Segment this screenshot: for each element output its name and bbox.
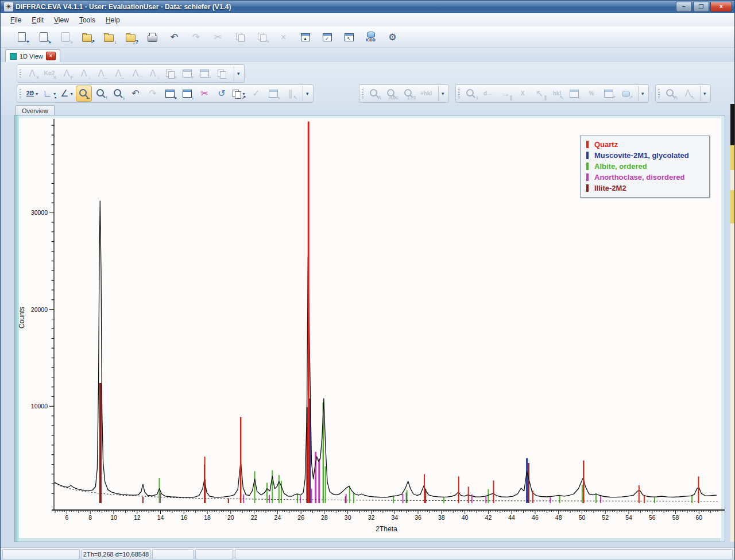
svg-text:18: 18 xyxy=(204,514,211,521)
window-title: DIFFRAC.EVA V4.1.1 - User: EvaluationUse… xyxy=(16,3,676,11)
tab-label: 1D View xyxy=(20,53,43,60)
view-chart-window-button[interactable]: ▲ xyxy=(296,28,314,46)
minimize-button[interactable]: – xyxy=(676,2,692,12)
legend: QuartzMuscovite-2M1, glycolatedAlbite, o… xyxy=(580,136,710,198)
svg-text:42: 42 xyxy=(485,514,492,521)
redo-button: ↷ xyxy=(187,28,205,46)
structure-toolbar-overflow-button[interactable]: ▾ xyxy=(700,86,707,101)
d-spacing-button: d→ xyxy=(480,86,496,102)
export-to-user-button: ↗ xyxy=(618,86,634,102)
close-button[interactable]: × xyxy=(710,2,732,12)
hkl-cursor-button: hkl↖ xyxy=(549,86,565,102)
svg-text:30000: 30000 xyxy=(31,209,48,216)
svg-text:32: 32 xyxy=(368,514,375,521)
print-button[interactable] xyxy=(144,28,161,46)
split-range-button[interactable]: ↓ xyxy=(179,86,195,102)
title-bar: ✳ DIFFRAC.EVA V4.1.1 - User: EvaluationU… xyxy=(1,1,734,13)
svg-text:56: 56 xyxy=(649,514,656,521)
menu-file[interactable]: File xyxy=(5,14,26,26)
zoom-out-button[interactable]: ↓ xyxy=(110,86,126,102)
svg-text:16: 16 xyxy=(180,514,187,521)
legend-color-bar xyxy=(586,141,589,148)
menu-edit[interactable]: Edit xyxy=(26,14,49,26)
svg-text:36: 36 xyxy=(415,514,421,521)
menu-help[interactable]: Help xyxy=(100,14,125,26)
x-scale-mode-button-dropdown[interactable]: ▾ xyxy=(71,91,73,96)
legend-entry-muscovite-2m1: Muscovite-2M1, glycolated xyxy=(586,150,705,161)
expand-window-button: Λ□ xyxy=(127,65,144,82)
pattern-cursor-button: ↖∥ xyxy=(532,86,548,102)
two-theta-scale-button[interactable]: 2Θ▾ xyxy=(24,86,40,102)
tab-overview[interactable]: Overview xyxy=(16,105,55,115)
settings-button[interactable]: ⚙ xyxy=(384,28,401,46)
anchor-pattern-button: ○ xyxy=(566,86,582,102)
send-scan-button: ↘ xyxy=(56,28,74,46)
svg-text:50: 50 xyxy=(579,514,586,521)
svg-text:14: 14 xyxy=(157,514,164,521)
view-list-window-button[interactable]: ✓ xyxy=(318,28,336,46)
svg-text:28: 28 xyxy=(321,514,328,521)
shift-pattern-button: →∥ xyxy=(497,86,513,102)
restore-range-button[interactable]: ↺ xyxy=(214,86,230,102)
status-segment-3 xyxy=(195,549,233,559)
zoom-reset-button[interactable]: ↔ xyxy=(76,86,92,102)
pattern-toolbar-overflow-button[interactable]: ▾ xyxy=(638,86,645,101)
cut-button: ✂ xyxy=(209,28,227,46)
scale-vertical-button: Λ↕ xyxy=(145,65,161,82)
two-theta-scale-button-dropdown[interactable]: ▾ xyxy=(36,91,38,96)
cut-range-button[interactable]: ✂ xyxy=(196,86,212,102)
legend-entry-anorthoclase: Anorthoclase, disordered xyxy=(586,172,705,183)
1d-view-icon xyxy=(10,53,17,60)
background-window-artifact xyxy=(730,104,734,542)
legend-label: Illite-2M2 xyxy=(594,184,626,192)
legend-color-bar xyxy=(586,163,589,170)
menu-tools[interactable]: Tools xyxy=(74,14,100,26)
save-as-button[interactable]: ↓? xyxy=(122,28,140,46)
close-tab-button[interactable]: × xyxy=(46,52,56,60)
icdd-database-button[interactable]: ICDD xyxy=(362,28,380,46)
svg-text:26: 26 xyxy=(297,514,304,521)
scan-tools-toolbar: Λ×Kα2×ΛFΛ↓Λ←Λ↔Λ□Λ↕++−▾ xyxy=(17,64,245,83)
y-scale-mode-button[interactable]: ∟▪▾ xyxy=(41,86,57,102)
legend-color-bar xyxy=(586,173,589,181)
scale-pattern-button: % xyxy=(583,86,599,102)
copy-view-button[interactable]: ↗▾ xyxy=(231,86,247,102)
svg-text:30: 30 xyxy=(345,514,351,521)
match-cursor-button: Λ↖ xyxy=(680,86,696,102)
zoom-in-button[interactable]: ↑ xyxy=(93,86,109,102)
menu-view[interactable]: View xyxy=(49,14,74,26)
delete-button: × xyxy=(274,28,292,46)
peak-list-cursor-button: ∥↖ xyxy=(283,86,299,102)
paste-button: ↷ xyxy=(253,28,270,46)
search-match-button: Λ xyxy=(366,86,382,102)
restore-button[interactable]: ❐ xyxy=(693,2,709,12)
new-scan-button[interactable]: + xyxy=(13,28,30,46)
append-range-button[interactable]: ↘ xyxy=(162,86,178,102)
search-toolbar-overflow-button[interactable]: ▾ xyxy=(438,86,446,101)
legend-color-bar xyxy=(586,184,589,192)
legend-label: Albite, ordered xyxy=(594,162,647,171)
display-toolbar: 2Θ▾∟▪▾∠▾↔↑↓↶↷↘↓✂↺↗▾✓↘∥↖▾ xyxy=(17,84,314,103)
svg-text:20: 20 xyxy=(227,514,234,521)
legend-color-bar xyxy=(586,152,589,159)
svg-text:22: 22 xyxy=(251,514,258,521)
svg-text:38: 38 xyxy=(438,514,445,521)
scan-tools-toolbar-overflow-button[interactable]: ▾ xyxy=(234,66,241,81)
export-file-button[interactable]: ↗ xyxy=(78,28,96,46)
match-pattern-button: ı xyxy=(463,86,479,102)
redo-zoom-button: ↷ xyxy=(145,86,161,102)
structure-toolbar: ΛΛ↖▾ xyxy=(655,84,711,103)
view-cursor-window-button[interactable]: ↖ xyxy=(340,28,358,46)
legend-label: Muscovite-2M1, glycolated xyxy=(594,151,689,160)
undo-button[interactable]: ↶ xyxy=(165,28,183,46)
svg-text:12: 12 xyxy=(134,514,141,521)
display-toolbar-overflow-button[interactable]: ▾ xyxy=(303,86,310,101)
x-scale-mode-button[interactable]: ∠▾ xyxy=(59,86,75,102)
import-scan-button[interactable]: ↘ xyxy=(34,28,52,46)
tab-1d-view[interactable]: 1D View × xyxy=(5,49,60,62)
save-file-button[interactable]: ↓ xyxy=(100,28,118,46)
undo-zoom-button[interactable]: ↶ xyxy=(127,86,144,102)
application-window: ✳ DIFFRAC.EVA V4.1.1 - User: EvaluationU… xyxy=(0,0,735,560)
expand-horizontal-button: Λ↔ xyxy=(110,65,126,82)
add-hkl-button: +hkl xyxy=(418,86,434,102)
